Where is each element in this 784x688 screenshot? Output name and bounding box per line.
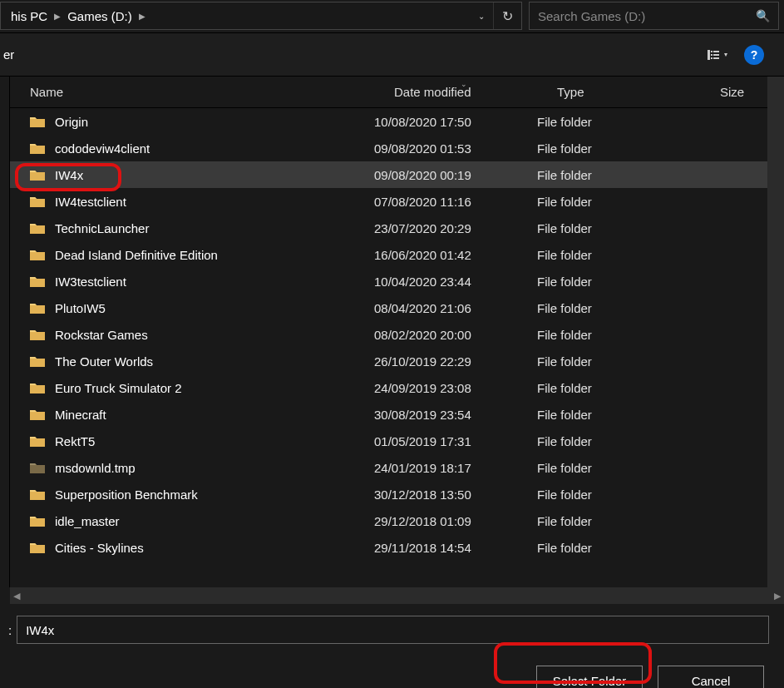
folder-icon xyxy=(30,222,45,234)
vertical-scrollbar[interactable] xyxy=(767,77,784,587)
folder-icon xyxy=(30,302,45,314)
table-row[interactable]: Euro Truck Simulator 224/09/2019 23:08Fi… xyxy=(10,374,767,401)
file-date: 09/08/2020 01:53 xyxy=(374,141,537,156)
folder-name-input[interactable] xyxy=(17,616,769,644)
file-type: File folder xyxy=(537,141,700,156)
table-row[interactable]: cododeviw4client09/08/2020 01:53File fol… xyxy=(10,135,767,161)
svg-rect-0 xyxy=(708,50,710,60)
file-name: Minecraft xyxy=(55,408,106,422)
folder-icon xyxy=(30,169,45,181)
file-list[interactable]: Name ⌄ Date modified Type Size Origin10/… xyxy=(10,77,767,587)
folder-icon xyxy=(30,275,45,287)
file-type: File folder xyxy=(537,275,700,289)
file-name: Superposition Benchmark xyxy=(55,488,198,502)
view-options-button[interactable]: ▾ xyxy=(708,49,727,61)
file-type: File folder xyxy=(537,328,700,342)
breadcrumb[interactable]: his PC ▶ Games (D:) ▶ xyxy=(1,9,470,23)
folder-icon xyxy=(30,116,45,127)
table-row[interactable]: Rockstar Games08/02/2020 20:00File folde… xyxy=(10,321,767,348)
file-name: Rockstar Games xyxy=(55,328,148,342)
caret-down-icon: ▾ xyxy=(724,51,727,58)
file-type: File folder xyxy=(537,514,700,528)
address-dropdown-icon[interactable]: ⌄ xyxy=(470,12,493,21)
table-row[interactable]: IW4testclient07/08/2020 11:16File folder xyxy=(10,188,767,215)
file-type: File folder xyxy=(537,488,700,502)
svg-rect-5 xyxy=(713,54,719,56)
svg-rect-1 xyxy=(711,51,713,52)
file-date: 16/06/2020 01:42 xyxy=(374,248,537,262)
file-date: 08/02/2020 20:00 xyxy=(374,328,537,342)
file-date: 10/08/2020 17:50 xyxy=(374,115,537,129)
folder-icon xyxy=(30,408,45,420)
file-type: File folder xyxy=(537,301,700,315)
search-input[interactable] xyxy=(538,9,756,23)
table-row[interactable]: msdownld.tmp24/01/2019 18:17File folder xyxy=(10,454,767,481)
file-date: 08/04/2020 21:06 xyxy=(374,301,537,315)
table-row[interactable]: TechnicLauncher23/07/2020 20:29File fold… xyxy=(10,215,767,241)
column-header-type[interactable]: Type xyxy=(557,85,720,99)
file-name: RektT5 xyxy=(55,434,95,448)
search-box[interactable]: 🔍 xyxy=(529,2,779,30)
horizontal-scrollbar[interactable]: ◀ ▶ xyxy=(10,587,784,604)
file-name: PlutoIW5 xyxy=(55,301,106,315)
chevron-right-icon: ▶ xyxy=(139,12,145,21)
file-name: Euro Truck Simulator 2 xyxy=(55,381,182,395)
file-type: File folder xyxy=(537,221,700,235)
table-row[interactable]: PlutoIW508/04/2020 21:06File folder xyxy=(10,295,767,321)
search-icon[interactable]: 🔍 xyxy=(756,9,770,22)
file-type: File folder xyxy=(537,461,700,475)
breadcrumb-item-pc[interactable]: his PC xyxy=(4,9,54,23)
table-row[interactable]: IW3testclient10/04/2020 23:44File folder xyxy=(10,268,767,295)
breadcrumb-item-drive[interactable]: Games (D:) xyxy=(61,9,139,23)
file-date: 29/12/2018 01:09 xyxy=(374,514,537,528)
folder-icon xyxy=(30,355,45,367)
column-header-date-label: Date modified xyxy=(394,85,471,99)
scroll-left-icon[interactable]: ◀ xyxy=(13,591,20,601)
select-folder-button[interactable]: Select Folder xyxy=(536,666,643,688)
table-row[interactable]: Cities - Skylines29/11/2018 14:54File fo… xyxy=(10,534,767,561)
file-type: File folder xyxy=(537,168,700,182)
file-date: 23/07/2020 20:29 xyxy=(374,221,537,235)
address-bar[interactable]: his PC ▶ Games (D:) ▶ ⌄ ↻ xyxy=(0,2,522,30)
file-name: Origin xyxy=(55,115,88,129)
file-type: File folder xyxy=(537,434,700,448)
toolbar-label: er xyxy=(0,47,708,62)
file-type: File folder xyxy=(537,195,700,209)
table-row[interactable]: Origin10/08/2020 17:50File folder xyxy=(10,108,767,135)
column-header-name[interactable]: Name xyxy=(30,85,394,99)
file-name: The Outer Worlds xyxy=(55,354,153,369)
file-name: Dead Island Definitive Edition xyxy=(55,248,218,262)
svg-rect-6 xyxy=(713,57,719,59)
table-row[interactable]: IW4x09/08/2020 00:19File folder xyxy=(10,161,767,188)
help-button[interactable]: ? xyxy=(744,45,764,65)
cancel-button[interactable]: Cancel xyxy=(658,666,764,688)
table-row[interactable]: Minecraft30/08/2019 23:54File folder xyxy=(10,401,767,428)
table-row[interactable]: RektT501/05/2019 17:31File folder xyxy=(10,428,767,454)
file-date: 09/08/2020 00:19 xyxy=(374,168,537,182)
tree-view[interactable] xyxy=(0,77,10,587)
folder-icon xyxy=(30,488,45,500)
file-date: 24/09/2019 23:08 xyxy=(374,381,537,395)
table-row[interactable]: idle_master29/12/2018 01:09File folder xyxy=(10,507,767,534)
folder-icon xyxy=(30,382,45,393)
folder-icon xyxy=(30,542,45,553)
folder-icon xyxy=(30,196,45,207)
folder-icon xyxy=(30,329,45,340)
svg-rect-2 xyxy=(711,54,713,56)
scroll-right-icon[interactable]: ▶ xyxy=(774,591,781,601)
table-row[interactable]: Dead Island Definitive Edition16/06/2020… xyxy=(10,241,767,268)
help-icon: ? xyxy=(751,48,758,62)
file-date: 29/11/2018 14:54 xyxy=(374,541,537,555)
column-header-size[interactable]: Size xyxy=(720,85,767,99)
file-type: File folder xyxy=(537,408,700,422)
folder-icon xyxy=(30,515,45,527)
details-view-icon xyxy=(708,49,719,61)
file-date: 30/08/2019 23:54 xyxy=(374,408,537,422)
refresh-icon[interactable]: ↻ xyxy=(493,2,521,29)
file-name: cododeviw4client xyxy=(55,141,150,156)
table-row[interactable]: The Outer Worlds26/10/2019 22:29File fol… xyxy=(10,348,767,374)
table-row[interactable]: Superposition Benchmark30/12/2018 13:50F… xyxy=(10,481,767,507)
file-name: Cities - Skylines xyxy=(55,541,144,555)
column-header-date[interactable]: ⌄ Date modified xyxy=(394,85,557,99)
file-name: TechnicLauncher xyxy=(55,221,149,235)
